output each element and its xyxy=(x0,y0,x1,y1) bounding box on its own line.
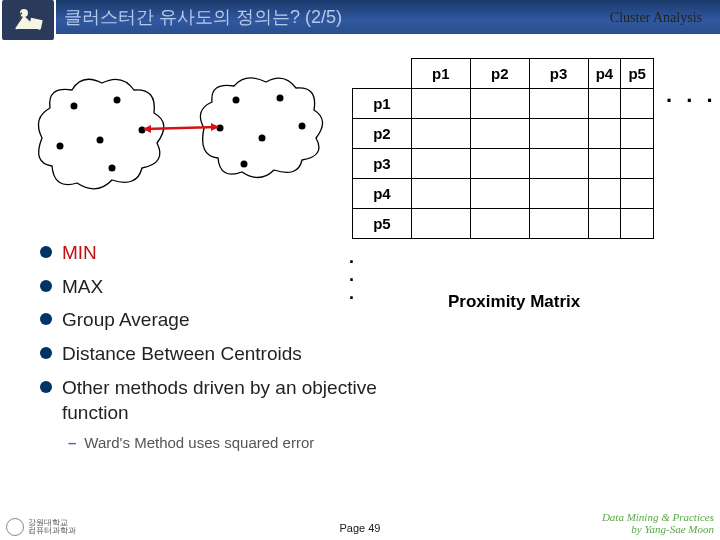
svg-point-4 xyxy=(114,97,121,104)
svg-point-12 xyxy=(299,123,306,130)
university-seal-icon xyxy=(6,518,24,536)
svg-point-9 xyxy=(233,97,240,104)
col-header: p4 xyxy=(588,59,621,89)
list-item-group-average: Group Average xyxy=(40,307,400,333)
bullet-list: MIN MAX Group Average Distance Between C… xyxy=(40,240,400,451)
bullet-icon xyxy=(40,381,52,393)
list-subitem-wards: –Ward's Method uses squared error xyxy=(68,434,400,451)
row-header: p4 xyxy=(353,179,412,209)
content-area: p1 p2 p3 p4 p5 p1 p2 p3 p4 p5 . . . . . … xyxy=(0,40,720,512)
proximity-matrix: p1 p2 p3 p4 p5 p1 p2 p3 p4 p5 xyxy=(352,58,704,239)
svg-point-6 xyxy=(57,143,64,150)
svg-point-8 xyxy=(109,165,116,172)
svg-point-14 xyxy=(241,161,248,168)
list-item-min: MIN xyxy=(40,240,400,266)
ellipsis-horizontal: . . . xyxy=(666,82,717,108)
svg-point-13 xyxy=(259,135,266,142)
row-header: p2 xyxy=(353,119,412,149)
list-item-max: MAX xyxy=(40,274,400,300)
col-header: p5 xyxy=(621,59,654,89)
row-header: p3 xyxy=(353,149,412,179)
person-reading-icon xyxy=(6,3,50,37)
svg-line-15 xyxy=(145,127,217,129)
bullet-icon xyxy=(40,313,52,325)
footer-credit: Data Mining & Practices by Yang-Sae Moon xyxy=(602,511,714,536)
svg-point-5 xyxy=(139,127,146,134)
slide-title: 클러스터간 유사도의 정의는? (2/5) xyxy=(64,5,342,29)
footer: 강원대학교 컴퓨터과학과 Page 49 Data Mining & Pract… xyxy=(0,512,720,540)
footer-logo-text: 강원대학교 컴퓨터과학과 xyxy=(28,519,76,535)
svg-point-11 xyxy=(217,125,224,132)
slide: 클러스터간 유사도의 정의는? (2/5) Cluster Analysis xyxy=(0,0,720,540)
col-header: p2 xyxy=(470,59,529,89)
row-header: p5 xyxy=(353,209,412,239)
bullet-icon xyxy=(40,280,52,292)
bullet-icon xyxy=(40,246,52,258)
list-item-distance-centroids: Distance Between Centroids xyxy=(40,341,400,367)
dash-icon: – xyxy=(68,434,76,451)
svg-point-10 xyxy=(277,95,284,102)
svg-point-3 xyxy=(71,103,78,110)
list-item-other-methods: Other methods driven by an objective fun… xyxy=(40,375,400,426)
col-header: p3 xyxy=(529,59,588,89)
col-header: p1 xyxy=(411,59,470,89)
cluster-illustration xyxy=(22,68,332,218)
svg-point-7 xyxy=(97,137,104,144)
proximity-matrix-label: Proximity Matrix xyxy=(448,292,580,312)
footer-logo: 강원대학교 컴퓨터과학과 xyxy=(6,518,76,536)
title-logo xyxy=(2,0,54,40)
row-header: p1 xyxy=(353,89,412,119)
page-number: Page 49 xyxy=(340,522,381,534)
bullet-icon xyxy=(40,347,52,359)
header-right-label: Cluster Analysis xyxy=(610,10,702,26)
matrix-table: p1 p2 p3 p4 p5 p1 p2 p3 p4 p5 xyxy=(352,58,654,239)
